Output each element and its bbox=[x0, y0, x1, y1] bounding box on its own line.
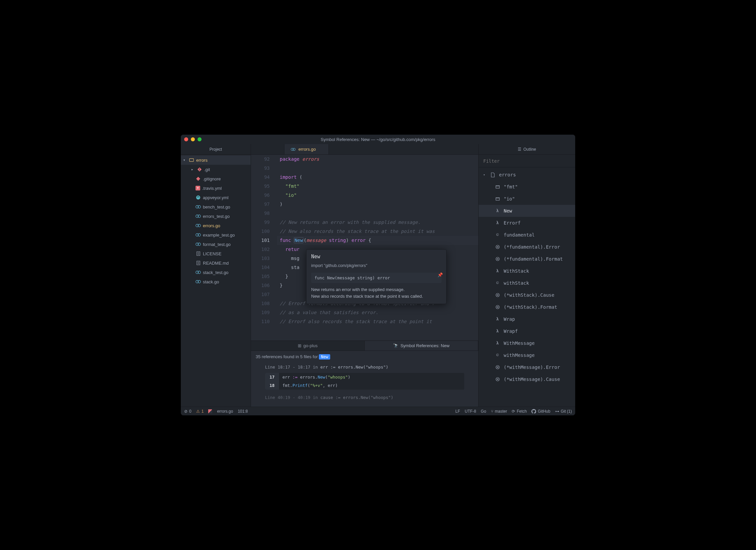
code-line-97[interactable]: ) bbox=[277, 200, 478, 209]
code-line-109[interactable]: // as a value that satisfies error. bbox=[277, 308, 478, 317]
bottom-panel: ⊞ go-plus 🔭 Symbol References: New 35 re… bbox=[251, 340, 478, 407]
editor-tab-label: errors.go bbox=[298, 147, 316, 152]
sync-icon: ⟳ bbox=[512, 409, 515, 414]
editor-tab-errors[interactable]: errors.go bbox=[284, 144, 329, 154]
close-window-button[interactable] bbox=[184, 137, 188, 141]
bottom-tab-goplus[interactable]: ⊞ go-plus bbox=[251, 341, 365, 351]
status-errors-count: 0 bbox=[189, 409, 192, 414]
file-label: LICENSE bbox=[203, 251, 222, 256]
project-file-README-md[interactable]: README.md bbox=[181, 258, 251, 268]
outline-item--fmt-[interactable]: "fmt" bbox=[479, 181, 575, 193]
line-gutter: 9293949596979899100101102103104105106107… bbox=[251, 155, 277, 340]
project-file-errors-test-go[interactable]: errors_test.go bbox=[181, 212, 251, 221]
project-file-bench-test-go[interactable]: bench_test.go bbox=[181, 202, 251, 212]
outline-list[interactable]: ▾ errors "fmt""io"λNewλErrorf©fundamenta… bbox=[479, 167, 575, 407]
project-file-errors-go[interactable]: errors.go bbox=[181, 221, 251, 230]
file-label: README.md bbox=[203, 261, 229, 266]
status-file[interactable]: errors.go bbox=[217, 409, 233, 414]
file-label: errors.go bbox=[203, 223, 220, 228]
tooltip-signature: func New(message string) error bbox=[311, 273, 442, 283]
status-language[interactable]: Go bbox=[481, 409, 486, 414]
outline-item-withMessage[interactable]: ©withMessage bbox=[479, 349, 575, 361]
refs-body[interactable]: Line 18:17 - 18:17 in err := errors.New(… bbox=[251, 363, 478, 407]
code-line-101[interactable]: func New(message string) error { bbox=[277, 236, 478, 245]
outline-item-withStack[interactable]: ©withStack bbox=[479, 277, 575, 289]
outline-root[interactable]: ▾ errors bbox=[479, 169, 575, 181]
outline-item-label: Wrap bbox=[504, 316, 515, 322]
method-icon bbox=[495, 256, 500, 262]
outline-item---withMessage--Error[interactable]: (*withMessage).Error bbox=[479, 361, 575, 373]
file-label: format_test.go bbox=[203, 242, 231, 247]
code-editor[interactable]: 9293949596979899100101102103104105106107… bbox=[251, 155, 478, 340]
window-controls bbox=[184, 137, 202, 141]
status-git[interactable]: ⊶ Git (1) bbox=[555, 409, 572, 414]
project-file-stack-go[interactable]: stack.go bbox=[181, 277, 251, 286]
file-label: bench_test.go bbox=[203, 204, 230, 210]
method-icon bbox=[495, 377, 500, 382]
outline-item-label: WithStack bbox=[504, 268, 529, 274]
text-icon bbox=[196, 260, 201, 266]
status-eol[interactable]: LF bbox=[456, 409, 460, 414]
code-line-93[interactable] bbox=[277, 164, 478, 173]
status-warnings[interactable]: ⚠ 1 bbox=[196, 409, 204, 414]
copyright-icon: © bbox=[495, 353, 500, 358]
minimize-window-button[interactable] bbox=[191, 137, 195, 141]
outline-filter-input[interactable] bbox=[479, 158, 575, 164]
code-line-110[interactable]: // Errorf also records the stack trace a… bbox=[277, 317, 478, 326]
file-label: stack_test.go bbox=[203, 270, 229, 275]
outline-item-WithMessage[interactable]: λWithMessage bbox=[479, 337, 575, 349]
outline-item---withStack--Cause[interactable]: (*withStack).Cause bbox=[479, 289, 575, 301]
go-icon bbox=[196, 223, 201, 228]
status-branch[interactable]: ⑂ master bbox=[491, 409, 507, 414]
project-file--git[interactable]: ▸.git bbox=[181, 165, 251, 174]
status-github[interactable]: GitHub bbox=[531, 409, 550, 414]
code-line-94[interactable]: import ( bbox=[277, 173, 478, 182]
file-label: stack.go bbox=[203, 279, 219, 284]
status-encoding[interactable]: UTF-8 bbox=[465, 409, 476, 414]
project-file-example-test-go[interactable]: example_test.go bbox=[181, 230, 251, 240]
ref-location-2[interactable]: Line 40:19 - 40:19 in cause := errors.Ne… bbox=[256, 393, 474, 402]
project-file-LICENSE[interactable]: LICENSE bbox=[181, 249, 251, 258]
status-color-swatch[interactable] bbox=[208, 409, 212, 413]
lambda-icon: λ bbox=[495, 220, 500, 226]
code-line-92[interactable]: package errors bbox=[277, 155, 478, 164]
outline-item-fundamental[interactable]: ©fundamental bbox=[479, 229, 575, 241]
project-root[interactable]: ▾ errors bbox=[181, 155, 251, 165]
titlebar: Symbol References: New — ~/go/src/github… bbox=[181, 135, 575, 144]
status-errors[interactable]: ⊘ 0 bbox=[184, 409, 192, 414]
project-file-stack-test-go[interactable]: stack_test.go bbox=[181, 268, 251, 277]
ref-snippet-1: 17err := errors.New("whoops")18fmt.Print… bbox=[265, 373, 464, 390]
zoom-window-button[interactable] bbox=[198, 137, 202, 141]
code-line-95[interactable]: "fmt" bbox=[277, 182, 478, 191]
file-label: appveyor.yml bbox=[203, 195, 229, 200]
ref-location-1[interactable]: Line 18:17 - 18:17 in err := errors.New(… bbox=[256, 363, 474, 372]
code-line-100[interactable]: // New also records the stack trace at t… bbox=[277, 227, 478, 236]
project-file--gitignore[interactable]: .gitignore bbox=[181, 174, 251, 183]
outline-item-Errorf[interactable]: λErrorf bbox=[479, 217, 575, 229]
outline-item-Wrapf[interactable]: λWrapf bbox=[479, 325, 575, 337]
outline-item-WithStack[interactable]: λWithStack bbox=[479, 265, 575, 277]
outline-item-label: "io" bbox=[504, 196, 515, 201]
outline-item-Wrap[interactable]: λWrap bbox=[479, 313, 575, 325]
status-cursor-pos[interactable]: 101:8 bbox=[238, 409, 248, 414]
window-title: Symbol References: New — ~/go/src/github… bbox=[181, 137, 575, 142]
status-fetch[interactable]: ⟳ Fetch bbox=[512, 409, 527, 414]
status-branch-label: master bbox=[495, 409, 507, 414]
outline-item---withStack--Format[interactable]: (*withStack).Format bbox=[479, 301, 575, 313]
outline-item---withMessage--Cause[interactable]: (*withMessage).Cause bbox=[479, 373, 575, 385]
svg-point-2 bbox=[199, 170, 200, 170]
code-content[interactable]: package errors import ( "fmt" "io") // N… bbox=[277, 155, 478, 340]
project-file--travis-yml[interactable]: .travis.yml bbox=[181, 183, 251, 193]
project-tree[interactable]: ▾ errors ▸.git.gitignore.travis.ymlappve… bbox=[181, 155, 251, 407]
bottom-tab-refs[interactable]: 🔭 Symbol References: New bbox=[365, 341, 478, 351]
code-line-99[interactable]: // New returns an error with the supplie… bbox=[277, 218, 478, 227]
project-file-format-test-go[interactable]: format_test.go bbox=[181, 240, 251, 249]
code-line-98[interactable] bbox=[277, 209, 478, 218]
pin-icon[interactable]: 📌 bbox=[437, 272, 443, 278]
project-file-appveyor-yml[interactable]: appveyor.yml bbox=[181, 193, 251, 202]
outline-item--io-[interactable]: "io" bbox=[479, 193, 575, 205]
outline-item---fundamental--Error[interactable]: (*fundamental).Error bbox=[479, 241, 575, 253]
outline-item-New[interactable]: λNew bbox=[479, 205, 575, 217]
outline-item---fundamental--Format[interactable]: (*fundamental).Format bbox=[479, 253, 575, 265]
code-line-96[interactable]: "io" bbox=[277, 191, 478, 200]
